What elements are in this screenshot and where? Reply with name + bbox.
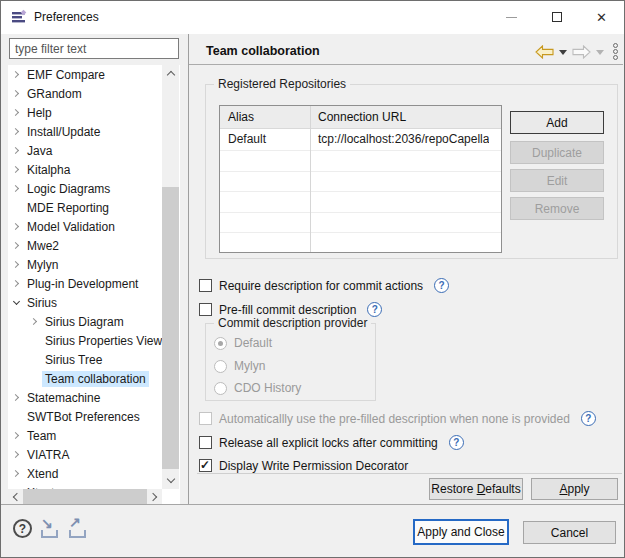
chevron-right-icon[interactable] — [8, 224, 24, 229]
sidebar-item-mylyn[interactable]: Mylyn — [8, 255, 162, 274]
help-icon[interactable]: ? — [367, 302, 382, 317]
sidebar-item-mwe2[interactable]: Mwe2 — [8, 236, 162, 255]
vertical-scroll-thumb[interactable] — [162, 187, 179, 469]
filter-input[interactable] — [9, 38, 179, 59]
apply-button[interactable]: Apply — [531, 478, 618, 500]
sidebar-item-mde-reporting[interactable]: MDE Reporting — [8, 198, 162, 217]
horizontal-scroll-thumb[interactable] — [23, 489, 147, 505]
table-empty-row[interactable] — [220, 151, 501, 172]
chevron-right-icon[interactable] — [8, 186, 24, 191]
table-empty-row[interactable] — [220, 213, 501, 234]
table-empty-row[interactable] — [220, 172, 501, 193]
sidebar-item-label: Plug-in Development — [24, 276, 141, 292]
chevron-right-icon[interactable] — [8, 167, 24, 172]
close-button[interactable]: ✕ — [579, 1, 624, 33]
preferences-dialog: Preferences ✕ EMF CompareGRandomHelpInst… — [0, 0, 625, 558]
sidebar-item-label: Model Validation — [24, 219, 118, 235]
chevron-right-icon[interactable] — [8, 72, 24, 77]
chevron-right-icon[interactable] — [8, 243, 24, 248]
sidebar-item-help[interactable]: Help — [8, 103, 162, 122]
checkbox-icon[interactable] — [199, 303, 212, 316]
back-icon[interactable] — [535, 45, 554, 59]
apply-and-close-button[interactable]: Apply and Close — [413, 519, 509, 545]
scroll-left-icon[interactable] — [8, 489, 23, 505]
chevron-right-icon[interactable] — [8, 281, 24, 286]
sidebar-item-emf-compare[interactable]: EMF Compare — [8, 65, 162, 84]
sidebar-item-label: Sirius Properties View — [42, 333, 162, 349]
chevron-right-icon[interactable] — [26, 319, 42, 324]
sidebar-item-label: Team — [24, 428, 59, 444]
edit-button: Edit — [510, 169, 604, 192]
help-icon[interactable]: ? — [434, 278, 449, 293]
restore-defaults-button[interactable]: Restore Defaults — [429, 478, 523, 500]
sidebar-item-kitalpha[interactable]: Kitalpha — [8, 160, 162, 179]
scroll-right-icon[interactable] — [147, 489, 162, 505]
sidebar-item-sirius[interactable]: Sirius — [8, 293, 162, 312]
chevron-right-icon[interactable] — [8, 129, 24, 134]
back-history-dropdown-icon[interactable] — [559, 50, 567, 55]
column-header-url[interactable]: Connection URL — [310, 106, 406, 128]
sidebar-item-grandom[interactable]: GRandom — [8, 84, 162, 103]
sidebar-item-sirius-diagram[interactable]: Sirius Diagram — [8, 312, 162, 331]
chevron-down-icon[interactable] — [8, 301, 24, 304]
tree-horizontal-scrollbar[interactable] — [8, 489, 162, 505]
add-button[interactable]: Add — [510, 111, 604, 134]
table-header[interactable]: Alias Connection URL — [220, 106, 501, 129]
prefill-description-checkbox[interactable]: Pre-fill commit description ? — [199, 302, 382, 317]
chevron-right-icon[interactable] — [8, 395, 24, 400]
sidebar-item-logic-diagrams[interactable]: Logic Diagrams — [8, 179, 162, 198]
chevron-right-icon[interactable] — [8, 262, 24, 267]
chevron-right-icon[interactable] — [8, 471, 24, 476]
release-locks-checkbox[interactable]: Release all explicit locks after committ… — [199, 435, 464, 450]
provider-radio-mylyn: Mylyn — [214, 359, 265, 373]
sidebar-item-label: Sirius — [24, 295, 60, 311]
tree-vertical-scrollbar[interactable] — [162, 65, 179, 489]
chevron-right-icon[interactable] — [8, 91, 24, 96]
sidebar-item-xtend[interactable]: Xtend — [8, 464, 162, 483]
sidebar-item-model-validation[interactable]: Model Validation — [8, 217, 162, 236]
help-icon[interactable]: ? — [449, 435, 464, 450]
scroll-down-icon[interactable] — [162, 472, 179, 489]
chevron-right-icon[interactable] — [8, 433, 24, 438]
sidebar-item-label: Logic Diagrams — [24, 181, 113, 197]
checkbox-icon[interactable] — [199, 279, 212, 292]
checkbox-icon[interactable] — [199, 436, 212, 449]
sidebar-item-sirius-properties-view[interactable]: Sirius Properties View — [8, 331, 162, 350]
view-menu-icon[interactable] — [613, 43, 618, 60]
help-icon[interactable]: ? — [581, 411, 596, 426]
sash-divider[interactable] — [188, 34, 189, 505]
table-empty-row[interactable] — [220, 233, 501, 253]
import-preferences-icon[interactable]: ↘ — [39, 519, 63, 540]
maximize-button[interactable] — [534, 1, 579, 33]
checkbox-icon[interactable] — [199, 459, 212, 472]
table-row[interactable]: Defaulttcp://localhost:2036/repoCapella — [220, 129, 501, 151]
table-empty-row[interactable] — [220, 192, 501, 213]
export-preferences-icon[interactable]: ↗ — [67, 519, 91, 540]
require-description-checkbox[interactable]: Require description for commit actions ? — [199, 278, 449, 293]
scroll-up-icon[interactable] — [162, 65, 179, 82]
sidebar-item-viatra[interactable]: VIATRA — [8, 445, 162, 464]
sidebar-item-statemachine[interactable]: Statemachine — [8, 388, 162, 407]
sidebar-item-label: Java — [24, 143, 55, 159]
dialog-help-icon[interactable]: ? — [13, 519, 32, 538]
cancel-button[interactable]: Cancel — [523, 521, 616, 544]
minimize-button[interactable] — [489, 1, 534, 33]
chevron-right-icon[interactable] — [8, 110, 24, 115]
sidebar-item-plug-in-development[interactable]: Plug-in Development — [8, 274, 162, 293]
sidebar-item-swtbot-preferences[interactable]: SWTBot Preferences — [8, 407, 162, 426]
repositories-table[interactable]: Alias Connection URL Defaulttcp://localh… — [219, 105, 502, 253]
sidebar-item-sirius-tree[interactable]: Sirius Tree — [8, 350, 162, 369]
chevron-right-icon[interactable] — [8, 148, 24, 153]
sidebar-item-label: Help — [24, 105, 55, 121]
sidebar-item-team[interactable]: Team — [8, 426, 162, 445]
forward-icon — [572, 45, 591, 59]
sidebar-item-install-update[interactable]: Install/Update — [8, 122, 162, 141]
sidebar-item-team-collaboration[interactable]: Team collaboration — [8, 369, 162, 388]
write-decorator-checkbox[interactable]: Display Write Permission Decorator — [199, 458, 408, 473]
sidebar-item-label: Sirius Tree — [42, 352, 105, 368]
column-header-alias[interactable]: Alias — [220, 106, 310, 128]
radio-icon — [214, 337, 227, 350]
chevron-right-icon[interactable] — [8, 452, 24, 457]
preferences-tree: EMF CompareGRandomHelpInstall/UpdateJava… — [8, 65, 162, 505]
sidebar-item-java[interactable]: Java — [8, 141, 162, 160]
